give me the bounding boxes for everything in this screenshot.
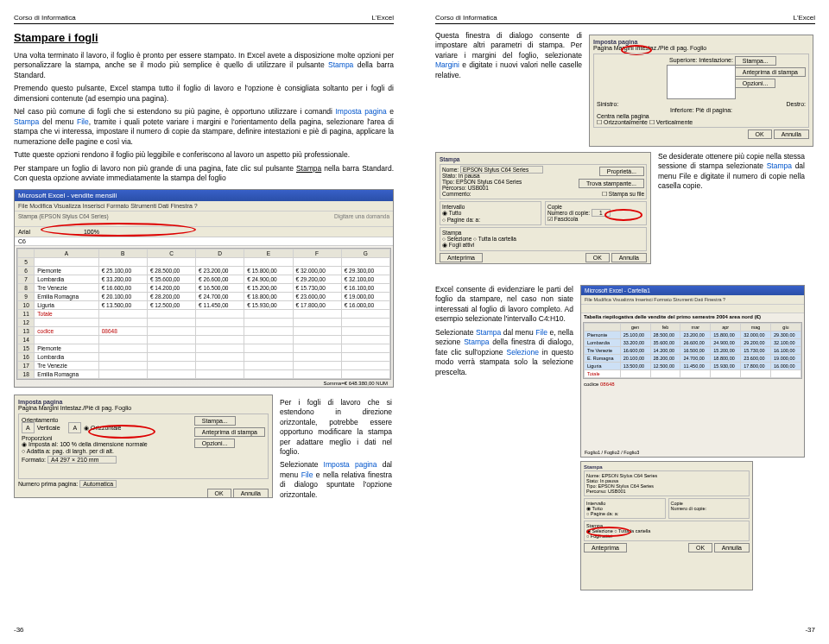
- imposta-margini-dialog: Imposta pagina Pagina Margini Intestaz./…: [589, 35, 813, 147]
- right-page: Corso di Informatica L'Excel Questa fine…: [414, 0, 829, 644]
- para-4: Tutte queste opzioni rendono il foglio p…: [14, 150, 394, 160]
- page-number-left: -36: [14, 626, 24, 634]
- annulla-button[interactable]: Annulla: [233, 489, 269, 498]
- header-left: Corso di Informatica L'Excel: [14, 14, 394, 24]
- excel-grid: ABCDEFG 56Piemonte€ 25.100,00€ 28.500,00…: [16, 248, 391, 380]
- excel-menubar: File Modifica Visualizza Inserisci Forma…: [15, 201, 393, 212]
- section-title: Stampare i fogli: [14, 31, 394, 44]
- para-5: Per stampare un foglio di lavoro non più…: [14, 164, 394, 184]
- stampa-term: Stampa: [328, 60, 353, 69]
- imposta-pagina-dialog: Imposta pagina Pagina Margini Intestaz./…: [14, 395, 273, 498]
- right-para-2: Se desiderate ottenere più copie nella s…: [658, 152, 805, 192]
- stampa-small-dialog: Stampa Nome: EPSON Stylus C64 Series Sta…: [580, 461, 753, 590]
- page-number-right: -37: [805, 626, 815, 634]
- topic-label: L'Excel: [371, 14, 394, 22]
- left-page: Corso di Informatica L'Excel Stampare i …: [0, 0, 414, 644]
- course-label: Corso di Informatica: [14, 14, 76, 22]
- right-para-3b: Selezionate Stampa dal menu File e, nell…: [435, 328, 573, 377]
- opzioni-button[interactable]: Opzioni...: [194, 439, 236, 448]
- header-right: Corso di Informatica L'Excel: [435, 14, 815, 24]
- excel-titlebar: Microsoft Excel - vendite mensili: [15, 190, 393, 201]
- para-1: Una volta terminato il lavoro, il foglio…: [14, 51, 394, 80]
- excel-screenshot: Microsoft Excel - vendite mensili File M…: [14, 189, 394, 388]
- ok-button[interactable]: OK: [207, 489, 231, 498]
- excel-small-screenshot: Microsoft Excel - Cartella1 File Modific…: [580, 285, 805, 458]
- stampa-dialog: Stampa Nome: EPSON Stylus C64 Series Pro…: [435, 152, 651, 264]
- right-para-3: Excel consente di evidenziare le parti d…: [435, 285, 573, 325]
- stampa-button[interactable]: Stampa...: [194, 416, 236, 426]
- anteprima-button[interactable]: Anteprima di stampa: [194, 427, 265, 437]
- statusbar: Somma=€ 648.380,00 NUM: [323, 381, 388, 386]
- para-2: Premendo questo pulsante, Excel stampa t…: [14, 84, 394, 104]
- right-para-1: Questa finestra di dialogo consente di i…: [435, 31, 582, 80]
- para-3: Nel caso più comune di fogli che si este…: [14, 107, 394, 147]
- side-text: Per i fogli di lavoro che si estendono i…: [280, 391, 392, 504]
